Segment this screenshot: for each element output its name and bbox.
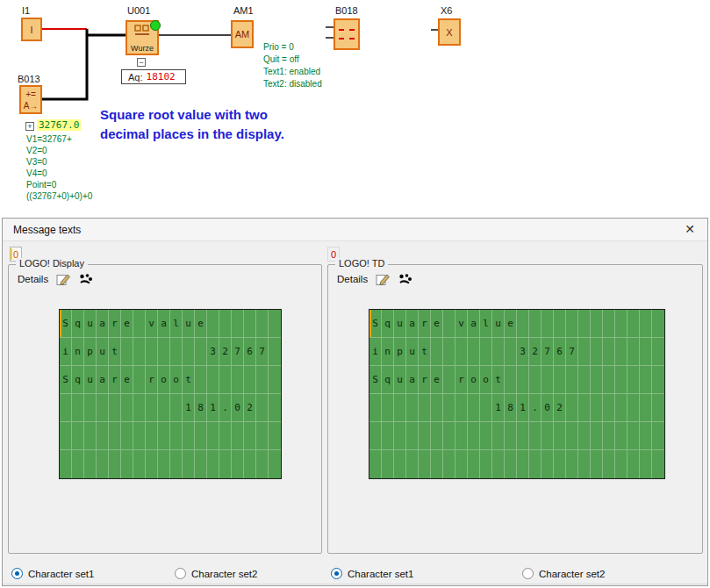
char-cell[interactable] [554,366,566,394]
char-cell[interactable]: t [109,338,121,366]
char-cell[interactable]: 3 [207,338,219,366]
char-cell[interactable]: . [219,394,232,422]
char-cell[interactable] [492,422,505,450]
char-cell[interactable]: 7 [566,338,578,366]
char-cell[interactable]: p [394,338,406,366]
char-cell[interactable] [529,366,541,394]
char-cell[interactable]: q [72,310,84,338]
char-cell[interactable]: q [72,366,84,394]
char-cell[interactable]: u [97,338,109,366]
char-cell[interactable] [146,422,158,450]
char-cell[interactable] [455,450,468,478]
collapse-toggle[interactable]: − [137,58,146,67]
char-cell[interactable] [615,338,628,366]
char-cell[interactable] [591,450,603,478]
char-cell[interactable] [419,450,431,478]
char-cell[interactable]: u [394,310,406,338]
char-cell[interactable] [529,450,541,478]
char-cell[interactable] [480,450,492,478]
char-cell[interactable] [603,310,615,338]
char-cell[interactable]: 7 [541,338,554,366]
char-cell[interactable] [443,394,455,422]
char-cell[interactable]: u [183,310,195,338]
char-cell[interactable] [615,422,628,450]
char-cell[interactable] [269,338,281,366]
char-cell[interactable] [121,338,133,366]
char-cell[interactable] [541,422,554,450]
char-cell[interactable]: a [406,310,419,338]
char-cell[interactable] [480,422,492,450]
char-cell[interactable] [170,422,183,450]
close-icon[interactable]: ✕ [685,222,695,236]
char-cell[interactable] [566,310,578,338]
char-cell[interactable] [219,422,232,450]
char-cell[interactable] [244,310,256,338]
char-cell[interactable] [97,450,109,478]
char-cell[interactable]: 2 [244,394,256,422]
char-cell[interactable] [269,450,281,478]
char-cell[interactable] [195,422,207,450]
char-cell[interactable] [578,394,591,422]
char-cell[interactable] [640,310,652,338]
char-cell[interactable] [256,422,269,450]
char-cell[interactable] [256,310,269,338]
char-cell[interactable] [97,394,109,422]
char-cell[interactable]: r [419,366,431,394]
char-cell[interactable] [640,450,652,478]
char-cell[interactable] [121,450,133,478]
char-cell[interactable] [591,338,603,366]
char-cell[interactable] [419,422,431,450]
char-cell[interactable] [640,366,652,394]
char-cell[interactable] [121,394,133,422]
char-cell[interactable] [603,450,615,478]
char-cell[interactable]: 7 [232,338,244,366]
char-cell[interactable] [628,366,640,394]
char-cell[interactable]: 1 [517,394,529,422]
char-cell[interactable] [60,422,72,450]
radio-charset2-display[interactable]: Character set2 [175,568,257,579]
char-cell[interactable]: t [419,338,431,366]
char-cell[interactable] [431,394,443,422]
char-cell[interactable]: t [492,366,505,394]
char-cell[interactable] [382,450,394,478]
char-cell[interactable] [652,338,664,366]
char-cell[interactable]: l [480,310,492,338]
char-cell[interactable] [84,394,97,422]
char-cell[interactable] [468,394,480,422]
char-cell[interactable] [591,394,603,422]
char-cell[interactable] [603,422,615,450]
char-cell[interactable] [60,450,72,478]
char-cell[interactable]: S [60,310,72,338]
char-cell[interactable] [652,450,664,478]
char-cell[interactable] [517,366,529,394]
character-map-icon[interactable] [398,272,413,286]
char-cell[interactable]: 6 [244,338,256,366]
char-cell[interactable] [369,394,382,422]
char-cell[interactable]: v [455,310,468,338]
char-cell[interactable] [492,338,505,366]
char-cell[interactable] [369,422,382,450]
char-cell[interactable] [133,366,146,394]
dialog-titlebar[interactable]: Message texts ✕ [3,219,707,241]
char-cell[interactable] [60,394,72,422]
char-cell[interactable] [578,422,591,450]
char-cell[interactable]: o [170,366,183,394]
char-cell[interactable]: e [505,310,517,338]
char-cell[interactable] [232,450,244,478]
char-cell[interactable] [505,338,517,366]
char-cell[interactable]: 0 [232,394,244,422]
char-cell[interactable] [256,366,269,394]
char-cell[interactable] [170,450,183,478]
char-cell[interactable] [505,366,517,394]
char-cell[interactable] [541,310,554,338]
char-cell[interactable]: u [394,366,406,394]
char-cell[interactable]: p [84,338,97,366]
char-cell[interactable] [256,450,269,478]
char-cell[interactable] [443,310,455,338]
char-cell[interactable]: a [468,310,480,338]
char-cell[interactable] [232,366,244,394]
char-cell[interactable] [244,450,256,478]
char-cell[interactable] [554,450,566,478]
block-b018-message[interactable] [333,18,360,50]
char-cell[interactable] [269,366,281,394]
